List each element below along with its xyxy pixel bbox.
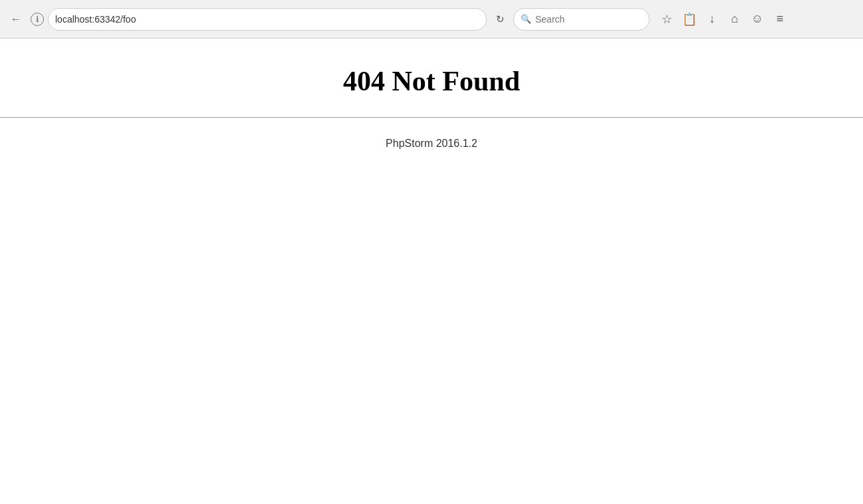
address-bar bbox=[48, 8, 487, 31]
bookmark-button[interactable]: ☆ bbox=[656, 9, 678, 30]
server-info: PhpStorm 2016.1.2 bbox=[386, 138, 477, 150]
menu-button[interactable]: ≡ bbox=[769, 9, 791, 30]
search-input[interactable] bbox=[535, 14, 652, 25]
download-button[interactable]: ↓ bbox=[701, 9, 723, 30]
info-button[interactable]: ℹ bbox=[31, 13, 44, 26]
divider bbox=[0, 117, 863, 118]
reload-button[interactable]: ↻ bbox=[491, 10, 509, 29]
address-input[interactable] bbox=[55, 14, 479, 25]
browser-toolbar: ← ℹ ↻ 🔍 ☆ 📋 ↓ ⌂ ☺ ≡ bbox=[0, 0, 863, 39]
smiley-button[interactable]: ☺ bbox=[747, 9, 768, 30]
page-content: 404 Not Found PhpStorm 2016.1.2 bbox=[0, 39, 863, 504]
back-button[interactable]: ← bbox=[5, 9, 27, 30]
home-button[interactable]: ⌂ bbox=[724, 9, 745, 30]
search-bar: 🔍 bbox=[513, 8, 650, 31]
clipboard-button[interactable]: 📋 bbox=[679, 9, 700, 30]
error-title: 404 Not Found bbox=[343, 65, 520, 97]
search-icon: 🔍 bbox=[521, 14, 531, 24]
toolbar-icons: ☆ 📋 ↓ ⌂ ☺ ≡ bbox=[656, 9, 791, 30]
